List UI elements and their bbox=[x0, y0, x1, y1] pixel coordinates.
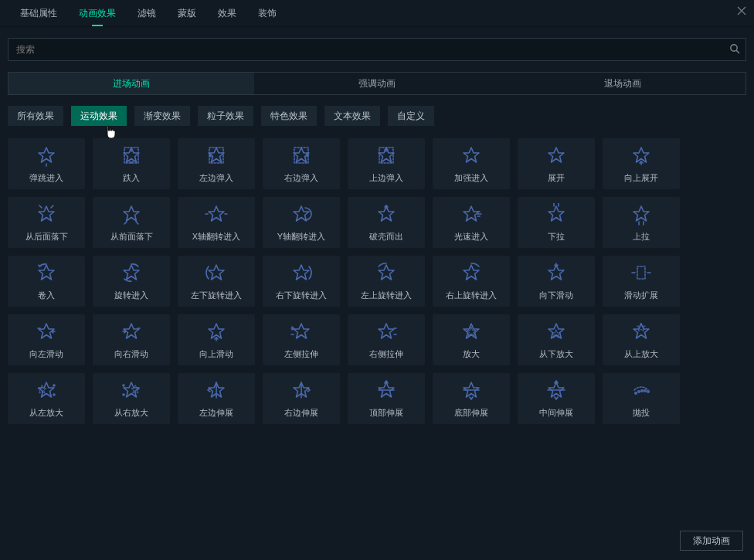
chip-6[interactable]: 自定义 bbox=[388, 106, 434, 126]
effect-label: 从前面落下 bbox=[110, 231, 153, 243]
effect-card[interactable]: 左边伸展 bbox=[178, 373, 255, 424]
effect-card[interactable]: 跌入 bbox=[93, 138, 170, 189]
effect-card[interactable]: 滑动扩展 bbox=[603, 256, 680, 307]
effect-card[interactable]: 从上放大 bbox=[603, 314, 680, 365]
effect-card[interactable]: 光速进入 bbox=[433, 197, 510, 248]
chip-4[interactable]: 特色效果 bbox=[261, 106, 317, 126]
segment-1[interactable]: 强调动画 bbox=[254, 73, 500, 94]
effect-label: 向上展开 bbox=[624, 172, 658, 184]
effect-card[interactable]: 向右滑动 bbox=[93, 314, 170, 365]
svg-line-12 bbox=[124, 222, 127, 224]
effect-icon bbox=[545, 379, 568, 402]
top-tab-2[interactable]: 滤镜 bbox=[127, 0, 167, 26]
effect-card[interactable]: 从后面落下 bbox=[8, 197, 85, 248]
search-wrap bbox=[8, 38, 746, 61]
search-input[interactable] bbox=[8, 38, 746, 61]
effect-label: 左侧拉伸 bbox=[284, 348, 318, 360]
top-tab-0[interactable]: 基础属性 bbox=[9, 0, 68, 26]
effect-card[interactable]: 上拉 bbox=[603, 197, 680, 248]
effect-card[interactable]: 向上滑动 bbox=[178, 314, 255, 365]
search-icon[interactable] bbox=[729, 43, 740, 54]
close-icon[interactable] bbox=[737, 6, 746, 15]
effect-card[interactable]: 向左滑动 bbox=[8, 314, 85, 365]
effect-card[interactable]: 左上旋转进入 bbox=[348, 256, 425, 307]
effect-card[interactable]: 顶部伸展 bbox=[348, 373, 425, 424]
effect-icon bbox=[205, 321, 228, 344]
effect-card[interactable]: 破壳而出 bbox=[348, 197, 425, 248]
effect-card[interactable]: 右下旋转进入 bbox=[263, 256, 340, 307]
effect-card[interactable]: 右侧拉伸 bbox=[348, 314, 425, 365]
effect-card[interactable]: 旋转进入 bbox=[93, 256, 170, 307]
search-box bbox=[8, 38, 746, 61]
effect-icon bbox=[460, 321, 483, 344]
segment-2[interactable]: 退场动画 bbox=[500, 73, 746, 94]
effect-icon bbox=[290, 379, 313, 402]
effect-label: 中间伸展 bbox=[539, 407, 573, 419]
svg-point-50 bbox=[647, 390, 649, 392]
effect-label: 右侧拉伸 bbox=[369, 348, 403, 360]
effect-label: 向下滑动 bbox=[539, 290, 573, 301]
effect-card[interactable]: X轴翻转进入 bbox=[178, 197, 255, 248]
add-animation-button[interactable]: 添加动画 bbox=[680, 531, 743, 551]
effect-label: 顶部伸展 bbox=[369, 407, 403, 419]
svg-line-1 bbox=[736, 50, 739, 53]
effect-card[interactable]: 展开 bbox=[518, 138, 595, 189]
effect-label: 从上放大 bbox=[624, 348, 658, 360]
effect-card[interactable]: 放大 bbox=[433, 314, 510, 365]
effect-card[interactable]: 左边弹入 bbox=[178, 138, 255, 189]
effect-card[interactable]: 向下滑动 bbox=[518, 256, 595, 307]
effect-card[interactable]: 从前面落下 bbox=[93, 197, 170, 248]
effect-label: 弹跳进入 bbox=[29, 172, 63, 184]
svg-line-11 bbox=[51, 205, 53, 208]
effect-icon bbox=[375, 144, 398, 168]
effect-label: 抛投 bbox=[633, 407, 650, 419]
effect-icon bbox=[35, 203, 58, 226]
effect-card[interactable]: 左下旋转进入 bbox=[178, 256, 255, 307]
effect-label: 从左放大 bbox=[29, 407, 63, 419]
effect-icon bbox=[120, 203, 143, 226]
effect-card[interactable]: 向上展开 bbox=[603, 138, 680, 189]
chip-2[interactable]: 渐变效果 bbox=[134, 106, 190, 126]
effect-card[interactable]: 从右放大 bbox=[93, 373, 170, 424]
effect-card[interactable]: 抛投 bbox=[603, 373, 680, 424]
effect-card[interactable]: 左侧拉伸 bbox=[263, 314, 340, 365]
effect-label: 向左滑动 bbox=[29, 348, 63, 360]
top-tab-4[interactable]: 效果 bbox=[207, 0, 247, 26]
chip-3[interactable]: 粒子效果 bbox=[198, 106, 253, 126]
top-tab-3[interactable]: 蒙版 bbox=[167, 0, 207, 26]
effect-card[interactable]: 卷入 bbox=[8, 256, 85, 307]
chip-1[interactable]: 运动效果 bbox=[71, 106, 127, 126]
effect-card[interactable]: 加强进入 bbox=[433, 138, 510, 189]
svg-point-37 bbox=[53, 385, 55, 386]
effect-icon bbox=[120, 321, 143, 344]
effect-icon bbox=[375, 379, 398, 402]
effect-card[interactable]: 中间伸展 bbox=[518, 373, 595, 424]
svg-point-39 bbox=[123, 385, 124, 386]
effect-card[interactable]: 弹跳进入 bbox=[8, 138, 85, 189]
effect-label: 光速进入 bbox=[454, 231, 488, 243]
effect-card[interactable]: 上边弹入 bbox=[348, 138, 425, 189]
effect-icon bbox=[460, 203, 483, 226]
effect-card[interactable]: 右边弹入 bbox=[263, 138, 340, 189]
effect-icon bbox=[120, 262, 143, 285]
chip-0[interactable]: 所有效果 bbox=[8, 106, 63, 126]
effect-icon bbox=[630, 379, 653, 402]
animation-type-segment: 进场动画强调动画退场动画 bbox=[8, 72, 746, 95]
chip-5[interactable]: 文本效果 bbox=[324, 106, 380, 126]
effect-label: 滑动扩展 bbox=[624, 290, 658, 301]
segment-0[interactable]: 进场动画 bbox=[8, 73, 254, 94]
top-tab-1[interactable]: 动画效果 bbox=[68, 0, 127, 26]
effect-icon bbox=[630, 321, 653, 344]
effect-icon bbox=[545, 144, 568, 168]
svg-point-40 bbox=[123, 394, 124, 395]
effect-card[interactable]: 右上旋转进入 bbox=[433, 256, 510, 307]
effect-card[interactable]: Y轴翻转进入 bbox=[263, 197, 340, 248]
effect-card[interactable]: 从下放大 bbox=[518, 314, 595, 365]
effect-label: 向右滑动 bbox=[114, 348, 148, 360]
top-tab-5[interactable]: 装饰 bbox=[247, 0, 287, 26]
effect-card[interactable]: 底部伸展 bbox=[433, 373, 510, 424]
effect-label: 左下旋转进入 bbox=[191, 290, 242, 301]
effect-card[interactable]: 下拉 bbox=[518, 197, 595, 248]
effect-card[interactable]: 从左放大 bbox=[8, 373, 85, 424]
effect-card[interactable]: 右边伸展 bbox=[263, 373, 340, 424]
